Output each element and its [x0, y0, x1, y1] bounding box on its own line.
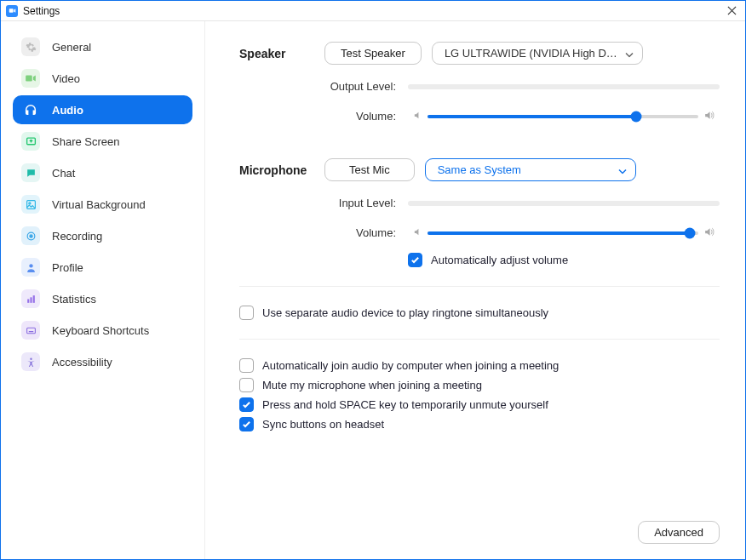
- sidebar-item-statistics[interactable]: Statistics: [13, 284, 192, 313]
- sidebar-item-keyboard-shortcuts[interactable]: Keyboard Shortcuts: [13, 316, 192, 345]
- headphones-icon: [21, 100, 40, 119]
- volume-label: Volume:: [324, 110, 396, 123]
- output-level-meter: [408, 84, 720, 89]
- sidebar-item-label: Keyboard Shortcuts: [52, 324, 149, 337]
- sidebar-item-video[interactable]: Video: [13, 64, 192, 93]
- speaker-volume-row: Volume:: [239, 110, 720, 123]
- sidebar-item-recording[interactable]: Recording: [13, 221, 192, 250]
- statistics-icon: [21, 289, 40, 308]
- option-label: Automatically join audio by computer whe…: [262, 359, 559, 372]
- sidebar-item-audio[interactable]: Audio: [13, 95, 192, 124]
- sidebar-item-accessibility[interactable]: Accessibility: [13, 347, 192, 376]
- speaker-select[interactable]: LG ULTRAWIDE (NVIDIA High Defi...: [432, 42, 643, 65]
- sidebar-item-general[interactable]: General: [13, 32, 192, 61]
- svg-rect-11: [30, 297, 32, 303]
- body: General Video Audio Share Screen: [1, 21, 745, 559]
- gear-icon: [21, 37, 40, 56]
- share-screen-icon: [21, 132, 40, 151]
- sidebar-item-label: Share Screen: [52, 135, 120, 148]
- output-level-label: Output Level:: [324, 80, 396, 93]
- keyboard-icon: [21, 321, 40, 340]
- input-level-label: Input Level:: [324, 197, 396, 209]
- microphone-heading: Microphone: [239, 163, 324, 177]
- auto-adjust-label: Automatically adjust volume: [431, 254, 568, 266]
- speaker-volume-slider[interactable]: [428, 115, 698, 118]
- test-mic-button[interactable]: Test Mic: [324, 158, 415, 181]
- close-icon[interactable]: [723, 3, 740, 20]
- auto-adjust-checkbox[interactable]: [408, 253, 422, 267]
- sidebar-item-share-screen[interactable]: Share Screen: [13, 127, 192, 156]
- svg-point-9: [29, 264, 32, 267]
- mic-volume-row: Volume:: [239, 226, 720, 239]
- svg-rect-0: [9, 9, 13, 13]
- chevron-down-icon: [625, 47, 634, 60]
- svg-point-6: [28, 202, 30, 203]
- speaker-row: Speaker Test Speaker LG ULTRAWIDE (NVIDI…: [239, 42, 720, 65]
- divider: [239, 339, 720, 340]
- titlebar: Settings: [1, 1, 745, 21]
- input-level-meter: [408, 201, 720, 206]
- sidebar-item-chat[interactable]: Chat: [13, 158, 192, 187]
- mute-on-join-checkbox[interactable]: [239, 378, 254, 392]
- sidebar-item-label: Statistics: [52, 293, 96, 306]
- test-speaker-button[interactable]: Test Speaker: [324, 42, 422, 65]
- ringtone-label: Use separate audio device to play ringto…: [262, 306, 548, 319]
- svg-point-14: [30, 357, 32, 359]
- ringtone-option: Use separate audio device to play ringto…: [239, 300, 720, 325]
- video-icon: [21, 69, 40, 88]
- sidebar-item-label: General: [52, 41, 91, 54]
- virtual-bg-icon: [21, 195, 40, 214]
- output-level-row: Output Level:: [239, 80, 720, 93]
- ringtone-checkbox[interactable]: [239, 306, 254, 320]
- speaker-low-icon: [413, 111, 422, 122]
- svg-rect-12: [32, 295, 34, 303]
- speaker-device-value: LG ULTRAWIDE (NVIDIA High Defi...: [445, 47, 628, 60]
- app-icon: [6, 5, 18, 17]
- speaker-low-icon: [413, 227, 422, 238]
- sidebar-item-label: Video: [52, 72, 80, 85]
- sidebar-item-label: Recording: [52, 230, 102, 243]
- microphone-device-value: Same as System: [438, 163, 521, 176]
- svg-rect-3: [26, 76, 32, 82]
- main-panel: Speaker Test Speaker LG ULTRAWIDE (NVIDI…: [205, 21, 745, 559]
- mic-volume-slider[interactable]: [428, 231, 698, 235]
- sidebar-item-label: Virtual Background: [52, 198, 146, 211]
- speaker-high-icon: [703, 110, 714, 123]
- sidebar-item-label: Chat: [52, 167, 75, 180]
- svg-rect-10: [27, 299, 29, 302]
- sidebar-item-label: Audio: [52, 104, 83, 117]
- svg-point-8: [29, 234, 32, 237]
- recording-icon: [21, 226, 40, 245]
- profile-icon: [21, 258, 40, 277]
- option-label: Mute my microphone when joining a meetin…: [262, 379, 482, 391]
- sync-headset-checkbox[interactable]: [239, 417, 254, 431]
- advanced-button[interactable]: Advanced: [638, 521, 720, 544]
- chat-icon: [21, 163, 40, 182]
- option-label: Sync buttons on headset: [262, 418, 384, 431]
- space-unmute-checkbox[interactable]: [239, 397, 254, 412]
- auto-join-checkbox[interactable]: [239, 358, 254, 373]
- sidebar: General Video Audio Share Screen: [1, 21, 205, 559]
- accessibility-icon: [21, 352, 40, 371]
- volume-label: Volume:: [324, 226, 396, 239]
- microphone-row: Microphone Test Mic Same as System: [239, 158, 720, 181]
- input-level-row: Input Level:: [239, 197, 720, 209]
- window-title: Settings: [23, 5, 60, 17]
- sidebar-item-profile[interactable]: Profile: [13, 253, 192, 282]
- options-list: Automatically join audio by computer whe…: [239, 353, 720, 437]
- speaker-high-icon: [703, 226, 714, 239]
- chevron-down-icon: [618, 163, 627, 176]
- divider: [239, 286, 720, 287]
- speaker-heading: Speaker: [239, 47, 324, 60]
- auto-adjust-row: Automatically adjust volume: [408, 253, 720, 267]
- sidebar-item-label: Accessibility: [52, 356, 112, 369]
- microphone-select[interactable]: Same as System: [425, 158, 636, 181]
- option-label: Press and hold SPACE key to temporarily …: [262, 398, 548, 411]
- settings-window: Settings General Video: [0, 0, 746, 560]
- sidebar-item-virtual-background[interactable]: Virtual Background: [13, 190, 192, 219]
- sidebar-item-label: Profile: [52, 261, 83, 274]
- svg-rect-13: [26, 328, 35, 334]
